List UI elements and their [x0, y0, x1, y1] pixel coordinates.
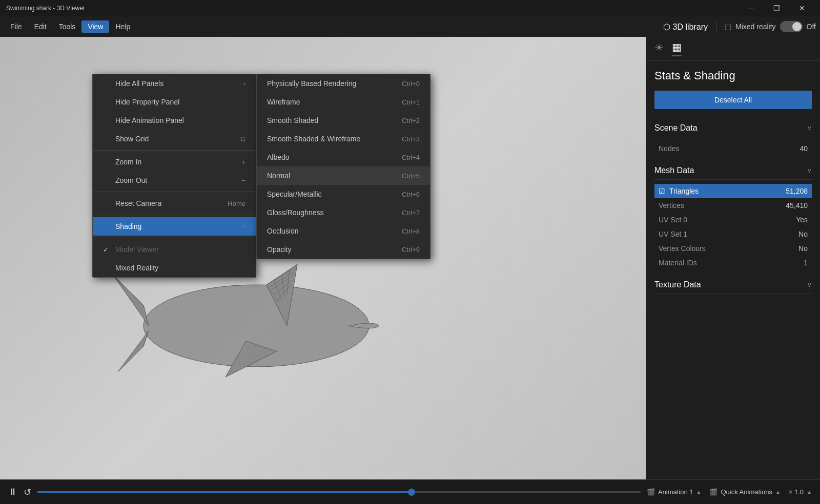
hide-property-panel-label: Hide Property Panel — [115, 98, 179, 106]
mesh-data-title: Mesh Data — [654, 166, 694, 175]
shading-submenu: Physically Based Rendering Ctrl+0 Wirefr… — [256, 74, 430, 259]
smooth-shortcut: Ctrl+2 — [402, 117, 420, 124]
3d-library-button[interactable]: ⬡ 3D library — [663, 22, 708, 32]
play-button[interactable]: ⏸ — [8, 487, 17, 497]
texture-data-chevron: ∨ — [807, 281, 812, 288]
occlusion-label: Occlusion — [267, 227, 298, 235]
quick-animations-section[interactable]: 🎬 Quick Animations ▲ — [709, 488, 780, 496]
triangles-row: ☑Triangles 51,208 — [654, 184, 812, 198]
scene-nodes-row: Nodes 40 — [654, 141, 812, 156]
window-title: Swimming shark - 3D Viewer — [6, 5, 85, 12]
menu-show-grid[interactable]: Show Grid G — [93, 130, 256, 148]
smooth-wire-shortcut: Ctrl+3 — [402, 135, 420, 143]
shading-gloss[interactable]: Gloss/Roughness Ctrl+7 — [257, 203, 430, 222]
shading-occlusion[interactable]: Occlusion Ctrl+8 — [257, 222, 430, 240]
hide-all-panels-label: Hide All Panels — [115, 79, 163, 88]
tab-sun[interactable]: ☀ — [654, 41, 664, 56]
menu-file[interactable]: File — [4, 20, 28, 33]
mixed-reality-toggle[interactable] — [780, 21, 803, 32]
shading-pbr[interactable]: Physically Based Rendering Ctrl+0 — [257, 74, 430, 93]
normal-label: Normal — [267, 172, 290, 180]
deselect-all-button[interactable]: Deselect All — [654, 91, 812, 109]
shading-opacity[interactable]: Opacity Ctrl+9 — [257, 240, 430, 259]
triangles-label: ☑Triangles — [659, 187, 699, 195]
shading-normal[interactable]: Normal Ctrl+5 — [257, 166, 430, 185]
texture-data-section[interactable]: Texture Data ∨ — [654, 276, 812, 294]
uvset1-value: No — [798, 230, 808, 238]
uvset0-row: UV Set 0 Yes — [654, 213, 812, 227]
minimize-button[interactable]: — — [739, 0, 763, 16]
menu-reset-camera[interactable]: Reset Camera Home — [93, 194, 256, 213]
menu-zoom-out[interactable]: Zoom Out − — [93, 171, 256, 190]
checkbox-icon: ☑ — [659, 187, 665, 195]
close-button[interactable]: ✕ — [790, 0, 814, 16]
menu-view[interactable]: View — [81, 20, 109, 33]
menu-zoom-in[interactable]: Zoom In + — [93, 153, 256, 171]
menu-tools[interactable]: Tools — [53, 20, 82, 33]
speed-section: × 1.0 ▲ — [789, 488, 812, 496]
show-grid-label: Show Grid — [115, 135, 149, 143]
bottom-right-controls: 🎬 Animation 1 ▲ 🎬 Quick Animations ▲ × 1… — [647, 488, 812, 496]
vertex-colours-value: No — [798, 244, 808, 253]
mixed-reality-state: Off — [807, 23, 816, 31]
mixed-reality-menu-label: Mixed Reality — [115, 264, 158, 272]
mixed-reality-label: Mixed reality — [735, 23, 776, 31]
hide-animation-panel-label: Hide Animation Panel — [115, 116, 184, 124]
menu-hide-animation-panel[interactable]: Hide Animation Panel — [93, 111, 256, 130]
restore-button[interactable]: ❐ — [765, 0, 788, 16]
material-ids-label: Material IDs — [659, 259, 697, 267]
main-area: Hide All Panels › Hide Property Panel Hi… — [0, 37, 820, 479]
progress-handle[interactable] — [408, 489, 415, 496]
menu-items: File Edit Tools View Help — [4, 20, 136, 33]
reset-camera-shortcut: Home — [228, 200, 245, 207]
menu-help[interactable]: Help — [109, 20, 136, 33]
vertex-colours-label: Vertex Colours — [659, 244, 706, 253]
mixed-reality-section: ⬚ Mixed reality Off — [725, 21, 816, 32]
scene-data-section[interactable]: Scene Data ∨ — [654, 119, 812, 137]
opacity-shortcut: Ctrl+9 — [402, 246, 420, 254]
animation-chevron-up: ▲ — [696, 489, 702, 495]
material-ids-value: 1 — [804, 259, 808, 267]
zoom-out-label: Zoom Out — [115, 176, 147, 184]
uvset1-row: UV Set 1 No — [654, 227, 812, 241]
shading-albedo[interactable]: Albedo Ctrl+4 — [257, 148, 430, 166]
nodes-label: Nodes — [659, 144, 679, 153]
menu-mixed-reality[interactable]: Mixed Reality — [93, 259, 256, 277]
quick-anim-label: Quick Animations — [721, 488, 772, 496]
animation-section: 🎬 Animation 1 ▲ — [647, 488, 702, 496]
menu-sep-3 — [93, 215, 256, 215]
triangles-value: 51,208 — [786, 187, 808, 195]
title-bar: Swimming shark - 3D Viewer — ❐ ✕ — [0, 0, 820, 16]
zoom-in-shortcut: + — [241, 158, 245, 166]
occlusion-shortcut: Ctrl+8 — [402, 227, 420, 235]
smooth-shaded-label: Smooth Shaded — [267, 116, 318, 124]
progress-bar[interactable] — [37, 491, 641, 493]
pbr-shortcut: Ctrl+0 — [402, 80, 420, 88]
shading-wireframe[interactable]: Wireframe Ctrl+1 — [257, 93, 430, 111]
menu-shading[interactable]: Shading › — [93, 217, 256, 236]
menu-hide-property-panel[interactable]: Hide Property Panel — [93, 93, 256, 111]
shading-smooth[interactable]: Smooth Shaded Ctrl+2 — [257, 111, 430, 130]
reset-camera-label: Reset Camera — [115, 199, 161, 207]
show-grid-shortcut: G — [240, 135, 245, 143]
panel-title: Stats & Shading — [654, 69, 812, 82]
bottom-bar: ⏸ ↺ 🎬 Animation 1 ▲ 🎬 Quick Animations ▲… — [0, 479, 820, 504]
svg-marker-3 — [118, 331, 149, 372]
shading-specular[interactable]: Specular/Metallic Ctrl+6 — [257, 185, 430, 203]
menu-hide-all-panels[interactable]: Hide All Panels › — [93, 74, 256, 93]
zoom-in-label: Zoom In — [115, 158, 141, 166]
menu-sep-4 — [93, 238, 256, 238]
menu-edit[interactable]: Edit — [28, 20, 53, 33]
tab-stats[interactable]: ▦ — [672, 41, 682, 56]
reset-button[interactable]: ↺ — [24, 487, 31, 498]
vertices-label: Vertices — [659, 201, 684, 209]
viewport[interactable]: Hide All Panels › Hide Property Panel Hi… — [0, 37, 646, 479]
menu-bar-right: ⬡ 3D library ⬚ Mixed reality Off — [663, 20, 816, 33]
animation-name: Animation 1 — [658, 488, 693, 496]
shading-smooth-wire[interactable]: Smooth Shaded & Wireframe Ctrl+3 — [257, 130, 430, 148]
menu-model-viewer[interactable]: Model Viewer — [93, 240, 256, 259]
menu-separator-vertical — [716, 20, 716, 33]
vertex-colours-row: Vertex Colours No — [654, 241, 812, 256]
mesh-data-section[interactable]: Mesh Data ∨ — [654, 162, 812, 180]
animation-icon: 🎬 — [647, 488, 655, 496]
